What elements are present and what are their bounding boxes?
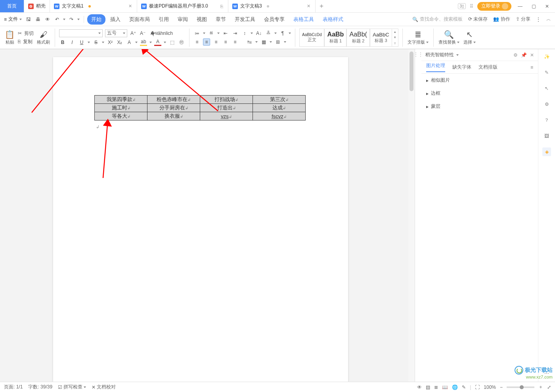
char-shading-icon[interactable]: ⬚ — [168, 39, 176, 46]
collapse-ribbon-icon[interactable]: ︿ — [546, 16, 551, 23]
page-indicator[interactable]: 页面: 1/1 — [4, 384, 23, 390]
minimize-icon[interactable]: — — [515, 2, 525, 11]
superscript-icon[interactable]: X² — [107, 39, 114, 46]
decrease-font-icon[interactable]: A⁻ — [139, 30, 146, 37]
select-button[interactable]: ↖选择 — [463, 27, 477, 48]
command-search[interactable]: 🔍 查找命令、搜索模板 — [412, 16, 463, 23]
panel-grip-icon[interactable]: ⋮⋮ — [415, 49, 421, 382]
view-print-icon[interactable]: ▤ — [426, 384, 430, 390]
zoom-level[interactable]: 100% — [484, 384, 496, 390]
style-h2[interactable]: AaBb(标题 2 — [346, 29, 369, 47]
tab-pdf-manual[interactable]: W 极速PDF编辑器用户手册3.0 ⎘ — [137, 0, 228, 12]
text-effects-icon[interactable]: A — [126, 39, 133, 46]
underline-icon[interactable]: U — [78, 39, 85, 46]
show-marks-icon[interactable]: ¶ — [279, 30, 286, 37]
close-window-icon[interactable]: ✕ — [542, 2, 552, 11]
apps-icon[interactable]: ⠿ — [470, 4, 473, 9]
diamond-icon[interactable]: ◈ — [542, 147, 551, 156]
align-justify-icon[interactable]: ≡ — [222, 38, 229, 46]
spellcheck-toggle[interactable]: ☑ 拼写检查 — [58, 384, 86, 390]
ribbon-tab-member[interactable]: 会员专享 — [260, 14, 289, 25]
file-menu[interactable]: ≡ 文件 — [4, 16, 22, 23]
print-icon[interactable]: 🖶 — [34, 16, 42, 23]
eye-icon[interactable]: 👁 — [417, 384, 422, 390]
font-color-icon[interactable]: A — [154, 39, 161, 46]
zoom-in-icon[interactable]: ＋ — [538, 384, 543, 390]
view-outline-icon[interactable]: ≣ — [434, 384, 438, 390]
style-h1[interactable]: AaBb标题 1 — [324, 29, 346, 47]
ribbon-tab-view[interactable]: 视图 — [193, 14, 211, 25]
style-normal[interactable]: AaBbCcDd正文 — [299, 29, 324, 47]
maximize-icon[interactable]: ▢ — [529, 2, 538, 11]
enclose-char-icon[interactable]: ㊕ — [178, 39, 185, 46]
tab-doc3[interactable]: W 文字文稿3 ✕ — [228, 0, 316, 12]
align-left-icon[interactable]: ≡ — [193, 38, 201, 46]
panel-item-border[interactable]: ▸ 边框 — [421, 87, 538, 100]
increase-indent-icon[interactable]: ⇥ — [232, 30, 239, 37]
sort-icon[interactable]: A↓ — [255, 30, 262, 37]
ribbon-tab-start[interactable]: 开始 — [87, 14, 105, 25]
close-panel-icon[interactable]: ✕ — [530, 52, 534, 58]
panel-tab-image[interactable]: 图片处理 — [426, 62, 445, 72]
styles-more-icon[interactable]: ▴▾▿ — [392, 29, 398, 47]
table-cell[interactable]: 达成↲ — [253, 104, 306, 112]
help-icon[interactable]: ？ — [542, 116, 551, 124]
highlight-icon[interactable]: ab — [140, 39, 147, 46]
pin-icon[interactable]: 📌 — [521, 52, 527, 58]
undo-icon[interactable]: ↶ — [54, 16, 61, 23]
ribbon-tab-tablestyle[interactable]: 表格样式 — [319, 14, 347, 25]
strike-icon[interactable]: S — [92, 39, 100, 46]
tab-add-button[interactable]: ＋ — [316, 0, 327, 12]
panel-tab-fonts[interactable]: 缺失字体 — [452, 64, 471, 71]
shading-icon[interactable]: ▦ — [260, 38, 267, 46]
table-cell[interactable]: fscvz↲ — [253, 112, 306, 120]
tab-home[interactable]: 首页 — [0, 0, 24, 12]
view-read-icon[interactable]: 📖 — [442, 384, 448, 390]
panel-tab-layout[interactable]: 文档排版 — [478, 64, 498, 71]
ribbon-tab-review[interactable]: 审阅 — [174, 14, 192, 25]
fullscreen-icon[interactable]: ⤢ — [547, 384, 551, 390]
ribbon-tab-layout[interactable]: 页面布局 — [125, 14, 154, 25]
word-count[interactable]: 字数: 39/39 — [28, 384, 52, 390]
paste-group[interactable]: 📋粘贴 — [4, 27, 15, 48]
zoom-out-icon[interactable]: − — [500, 384, 503, 390]
font-name-select[interactable] — [59, 29, 103, 37]
fit-page-icon[interactable]: ⛶ — [475, 384, 480, 390]
line-spacing-icon[interactable]: ╩ — [265, 30, 272, 37]
share-button[interactable]: ⇪ 分享 — [516, 16, 530, 23]
subscript-icon[interactable]: X₂ — [116, 39, 123, 46]
decrease-indent-icon[interactable]: ⇤ — [222, 30, 229, 37]
view-web-icon[interactable]: 🌐 — [452, 384, 458, 390]
copy-button[interactable]: ⎘复制 — [18, 38, 34, 45]
close-icon[interactable]: ⎘ — [220, 4, 224, 9]
find-replace-button[interactable]: 🔍查找替换 — [438, 27, 460, 48]
ribbon-tab-tabletools[interactable]: 表格工具 — [289, 14, 318, 25]
print-preview-icon[interactable]: 👁 — [44, 16, 51, 23]
redo-icon[interactable]: ↷ — [68, 16, 75, 23]
panel-item-mask[interactable]: ▸ 蒙层 — [421, 100, 538, 113]
hamburger-icon[interactable]: ≡ — [530, 65, 533, 70]
cursor-icon[interactable]: ↖ — [542, 84, 551, 93]
settings-slider-icon[interactable]: ⚙ — [542, 100, 551, 109]
more-icon[interactable]: ⋮ — [536, 17, 541, 22]
proof-button[interactable]: ✕ 文档校对 — [92, 384, 116, 390]
ribbon-tab-insert[interactable]: 插入 — [106, 14, 124, 25]
image-tool-icon[interactable]: 🖼 — [542, 132, 551, 140]
bold-icon[interactable]: B — [59, 39, 66, 46]
close-icon[interactable]: ✕ — [306, 4, 311, 9]
text-layout-button[interactable]: ≣文字排版 — [407, 27, 429, 48]
cut-button[interactable]: ✂剪切 — [18, 30, 34, 37]
pen-icon[interactable]: ✎ — [542, 68, 551, 77]
view-draft-icon[interactable]: ✎ — [462, 384, 466, 390]
increase-font-icon[interactable]: A⁺ — [130, 30, 137, 37]
text-direction-icon[interactable]: ↕ — [241, 30, 248, 37]
indent-icon[interactable]: ⭾ — [246, 38, 253, 46]
panel-item-similar[interactable]: ▸ 相似图片 — [421, 74, 538, 87]
numbering-icon[interactable]: ≝ — [208, 30, 215, 37]
change-case-icon[interactable]: �धähnlich — [158, 30, 165, 37]
save-icon[interactable]: 🖫 — [25, 16, 32, 23]
gear-icon[interactable]: ⚙ — [513, 52, 518, 58]
close-icon[interactable]: ✕ — [128, 4, 133, 9]
ribbon-tab-chapter[interactable]: 章节 — [212, 14, 230, 25]
tab-daoke[interactable]: ✿ 稻壳 — [24, 0, 50, 12]
